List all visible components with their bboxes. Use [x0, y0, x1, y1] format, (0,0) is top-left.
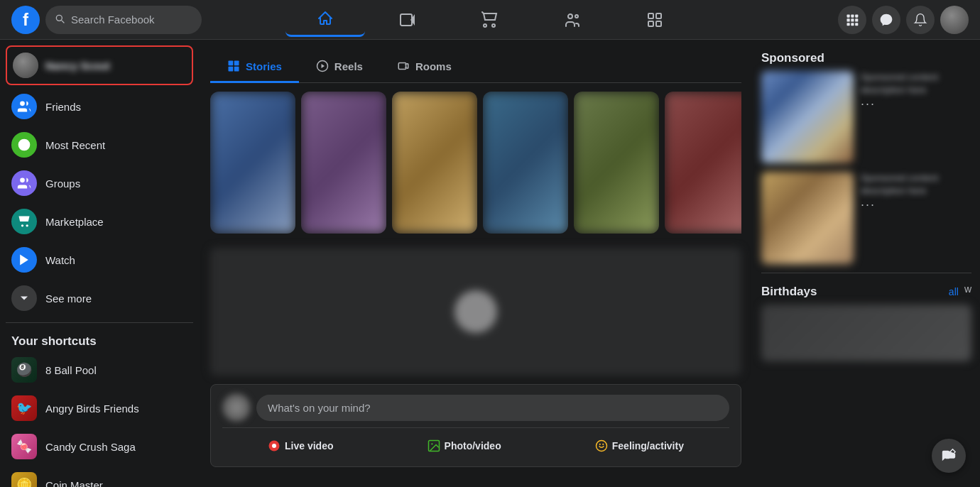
sidebar-item-angry-birds[interactable]: 🐦 Angry Birds Friends — [6, 390, 193, 427]
tab-rooms-label: Rooms — [415, 60, 452, 72]
sidebar-marketplace-label: Marketplace — [45, 216, 104, 228]
live-video-button[interactable]: Live video — [256, 434, 344, 458]
sponsored-img-1[interactable] — [761, 71, 854, 163]
notifications-button[interactable] — [906, 6, 935, 34]
tab-stories[interactable]: Stories — [210, 51, 299, 83]
story-card-5[interactable] — [574, 92, 659, 234]
tab-reels[interactable]: Reels — [299, 51, 380, 83]
svg-marker-28 — [321, 64, 325, 68]
svg-rect-12 — [851, 18, 854, 21]
topnav: f — [0, 0, 980, 40]
see-all-link[interactable]: all — [949, 283, 959, 300]
birthday-content-area — [761, 305, 971, 361]
sponsored-dots-2[interactable]: ··· — [861, 197, 971, 212]
sidebar-item-see-more[interactable]: See more — [6, 280, 193, 317]
svg-rect-24 — [234, 61, 239, 66]
profile-avatar-button[interactable] — [940, 6, 969, 34]
svg-point-35 — [602, 444, 604, 445]
apps-button[interactable] — [838, 6, 866, 34]
svg-marker-22 — [20, 255, 28, 266]
tab-rooms[interactable]: Rooms — [380, 51, 469, 83]
story-card-1[interactable] — [210, 92, 295, 234]
nav-groups-button[interactable] — [533, 3, 612, 37]
svg-rect-4 — [648, 13, 653, 18]
story-card-3[interactable] — [392, 92, 477, 234]
svg-rect-5 — [656, 13, 661, 18]
sidebar-candy-crush-label: Candy Crush Saga — [45, 441, 136, 453]
new-message-button[interactable] — [932, 439, 966, 473]
svg-rect-14 — [847, 23, 850, 26]
sponsored-dots-1[interactable]: ··· — [861, 97, 971, 111]
see-more-icon — [11, 285, 37, 311]
sidebar-friends-label: Friends — [45, 101, 81, 113]
sidebar-profile-item[interactable]: Nancy Scout — [6, 45, 193, 85]
blurred-feed-content — [210, 248, 741, 376]
sponsored-img-2[interactable] — [761, 172, 854, 264]
search-bar-container[interactable] — [45, 6, 202, 34]
svg-point-20 — [21, 224, 23, 226]
tab-stories-label: Stories — [246, 60, 282, 72]
main-feed: Stories Reels Rooms — [199, 40, 753, 487]
stories-area — [210, 83, 741, 242]
story-card-4[interactable] — [483, 92, 568, 234]
sidebar-item-groups[interactable]: Groups — [6, 165, 193, 202]
angry-birds-icon: 🐦 — [11, 395, 37, 421]
photo-video-button[interactable]: Photo/video — [416, 434, 513, 458]
svg-rect-23 — [229, 61, 234, 66]
sidebar-groups-label: Groups — [45, 177, 80, 190]
svg-rect-16 — [855, 23, 858, 26]
svg-point-32 — [431, 443, 432, 444]
post-top: What's on your mind? — [222, 393, 729, 422]
svg-point-21 — [26, 224, 28, 226]
svg-point-2 — [568, 14, 572, 18]
svg-rect-8 — [847, 14, 850, 17]
right-sidebar: Sponsored Sponsored content description … — [753, 40, 980, 487]
friends-icon — [11, 94, 37, 119]
svg-rect-11 — [847, 18, 850, 21]
live-video-label: Live video — [285, 440, 333, 452]
story-card-2[interactable] — [301, 92, 386, 234]
sponsored-text-1: Sponsored content description here — [861, 71, 971, 97]
sponsored-card-1: Sponsored content description here ··· — [761, 71, 971, 163]
messenger-button[interactable] — [872, 6, 900, 34]
facebook-logo[interactable]: f — [11, 6, 40, 34]
sidebar-item-watch[interactable]: Watch — [6, 241, 193, 278]
shortcuts-title: Your shortcuts — [6, 329, 193, 351]
sponsored-card-2: Sponsored content description here ··· — [761, 172, 971, 264]
sidebar-item-coin-master[interactable]: 🪙 Coin Master — [6, 466, 193, 487]
feeling-activity-button[interactable]: Feeling/activity — [584, 434, 695, 458]
post-input[interactable]: What's on your mind? — [256, 395, 729, 421]
birthdays-title: Birthdays — [761, 279, 817, 305]
sidebar-8ball-label: 8 Ball Pool — [45, 364, 97, 376]
nav-home-button[interactable] — [285, 3, 365, 37]
candy-crush-icon: 🍬 — [11, 434, 37, 459]
marketplace-icon — [11, 209, 37, 234]
search-input[interactable] — [71, 13, 193, 26]
sidebar-item-most-recent[interactable]: Most Recent — [6, 126, 193, 163]
sidebar-most-recent-label: Most Recent — [45, 139, 105, 151]
stories-tabs: Stories Reels Rooms — [210, 51, 741, 83]
groups-icon — [11, 170, 37, 196]
see-w-link[interactable]: w — [964, 283, 971, 300]
svg-point-33 — [596, 441, 606, 452]
sidebar-item-8ball[interactable]: 🎱 8 Ball Pool — [6, 351, 193, 388]
sidebar-item-marketplace[interactable]: Marketplace — [6, 203, 193, 240]
nav-marketplace-button[interactable] — [450, 3, 530, 37]
most-recent-icon — [11, 132, 37, 158]
sponsored-text-area-2: Sponsored content description here ··· — [861, 172, 971, 264]
8ball-icon: 🎱 — [11, 357, 37, 383]
svg-rect-9 — [851, 14, 854, 17]
left-sidebar: Nancy Scout Friends Most Recent Groups — [0, 40, 199, 487]
sidebar-item-candy-crush[interactable]: 🍬 Candy Crush Saga — [6, 428, 193, 465]
sponsored-text-2: Sponsored content description here — [861, 172, 971, 197]
sidebar-angry-birds-label: Angry Birds Friends — [45, 403, 139, 415]
search-icon — [54, 13, 65, 26]
topnav-center — [251, 3, 729, 37]
nav-video-button[interactable] — [368, 3, 447, 37]
sidebar-coin-master-label: Coin Master — [45, 479, 103, 488]
svg-rect-10 — [855, 14, 858, 17]
post-user-avatar — [222, 393, 251, 422]
story-card-6[interactable] — [665, 92, 741, 234]
sidebar-item-friends[interactable]: Friends — [6, 88, 193, 125]
nav-menu-button[interactable] — [615, 3, 695, 37]
